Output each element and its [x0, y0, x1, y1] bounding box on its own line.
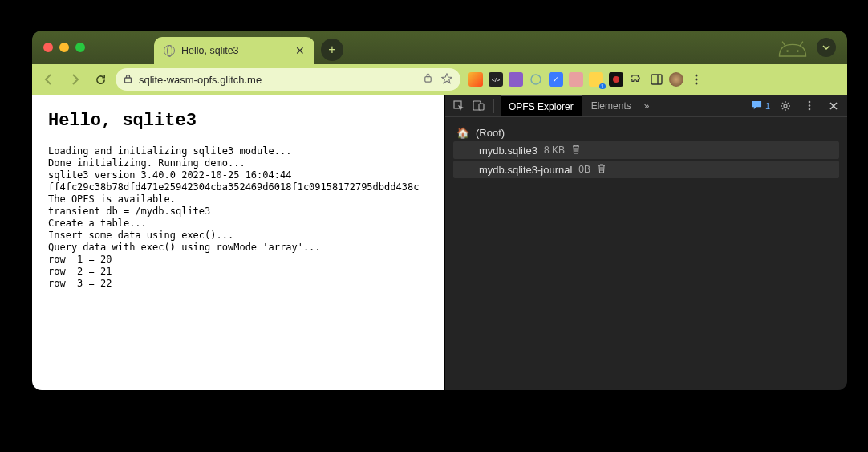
- content-area: Hello, sqlite3 Loading and initializing …: [32, 95, 847, 390]
- console-messages-badge[interactable]: 1: [752, 100, 770, 111]
- close-window-button[interactable]: [43, 43, 53, 52]
- delete-file-icon[interactable]: [597, 163, 606, 176]
- window-controls: [43, 43, 85, 52]
- opfs-tree: 🏠 (Root) mydb.sqlite3 8 KB mydb.sqlite3-…: [445, 117, 847, 186]
- svg-rect-13: [479, 104, 484, 110]
- lock-icon: [124, 74, 132, 85]
- svg-point-9: [696, 79, 698, 81]
- svg-point-15: [809, 101, 811, 104]
- tab-title: Hello, sqlite3: [181, 45, 239, 56]
- svg-point-4: [531, 75, 541, 84]
- toolbar: sqlite-wasm-opfs.glitch.me </> ✓ 1: [32, 64, 847, 95]
- inspect-element-icon[interactable]: [450, 97, 468, 115]
- extension-icon[interactable]: [509, 72, 523, 87]
- devtools-menu-icon[interactable]: [801, 97, 818, 115]
- extension-icon[interactable]: [529, 72, 543, 87]
- devtools-panel: OPFS Explorer Elements » 1: [444, 95, 847, 390]
- devtools-tab-opfs[interactable]: OPFS Explorer: [501, 95, 582, 116]
- globe-icon: [164, 45, 175, 56]
- minimize-window-button[interactable]: [59, 43, 69, 52]
- page-heading: Hello, sqlite3: [48, 111, 428, 131]
- svg-point-1: [797, 50, 799, 52]
- extension-icon[interactable]: [609, 72, 623, 87]
- svg-point-14: [784, 104, 787, 108]
- back-button[interactable]: [39, 69, 59, 90]
- file-name: mydb.sqlite3-journal: [479, 164, 572, 176]
- file-name: mydb.sqlite3: [479, 145, 537, 157]
- extensions-menu-icon[interactable]: [629, 72, 643, 87]
- devtools-settings-icon[interactable]: [777, 97, 794, 115]
- forward-button[interactable]: [64, 69, 85, 90]
- url-text: sqlite-wasm-opfs.glitch.me: [139, 74, 262, 86]
- extension-icon[interactable]: ✓: [549, 72, 563, 87]
- tab-strip: Hello, sqlite3 ✕ +: [32, 31, 847, 64]
- file-size: 0B: [578, 164, 590, 175]
- svg-point-10: [696, 83, 698, 85]
- svg-rect-6: [651, 75, 662, 84]
- browser-window: Hello, sqlite3 ✕ + sqlite-wasm-opfs.g: [32, 31, 847, 390]
- svg-point-5: [613, 76, 619, 83]
- message-count: 1: [765, 101, 770, 111]
- delete-file-icon[interactable]: [571, 144, 581, 157]
- close-tab-icon[interactable]: ✕: [295, 44, 305, 57]
- reload-button[interactable]: [90, 69, 111, 90]
- extension-icon[interactable]: </>: [489, 72, 503, 87]
- extension-icon[interactable]: [468, 72, 483, 87]
- browser-tab[interactable]: Hello, sqlite3 ✕: [154, 37, 314, 64]
- tree-file-row[interactable]: mydb.sqlite3-journal 0B: [453, 161, 839, 178]
- sidepanel-icon[interactable]: [649, 72, 663, 87]
- device-toolbar-icon[interactable]: [469, 97, 487, 115]
- home-icon: 🏠: [456, 127, 469, 139]
- devtools-tabstrip: OPFS Explorer Elements » 1: [445, 95, 847, 117]
- tab-overflow-button[interactable]: [817, 38, 836, 57]
- devtools-close-icon[interactable]: [825, 97, 842, 115]
- bookmark-icon[interactable]: [441, 73, 452, 87]
- svg-point-16: [809, 104, 811, 107]
- svg-point-8: [696, 75, 698, 77]
- file-size: 8 KB: [544, 145, 565, 156]
- svg-point-0: [786, 50, 789, 52]
- tree-root[interactable]: 🏠 (Root): [453, 124, 839, 141]
- android-icon: [775, 37, 810, 58]
- tree-file-row[interactable]: mydb.sqlite3 8 KB: [453, 141, 839, 159]
- extension-icon[interactable]: [569, 72, 583, 87]
- page-content: Hello, sqlite3 Loading and initializing …: [32, 95, 444, 390]
- svg-rect-2: [125, 78, 132, 83]
- extension-toolbar: </> ✓ 1: [468, 72, 704, 87]
- address-bar[interactable]: sqlite-wasm-opfs.glitch.me: [116, 68, 460, 91]
- new-tab-button[interactable]: +: [321, 39, 343, 61]
- chrome-menu-icon[interactable]: [689, 72, 704, 87]
- profile-avatar[interactable]: [669, 72, 683, 87]
- console-log: Loading and initializing sqlite3 module.…: [48, 145, 428, 290]
- extension-icon[interactable]: 1: [589, 72, 603, 87]
- root-label: (Root): [476, 127, 505, 139]
- share-icon[interactable]: [423, 73, 433, 87]
- maximize-window-button[interactable]: [75, 43, 85, 52]
- devtools-tab-more[interactable]: »: [641, 95, 653, 116]
- devtools-tab-elements[interactable]: Elements: [583, 95, 639, 116]
- svg-point-17: [809, 108, 811, 111]
